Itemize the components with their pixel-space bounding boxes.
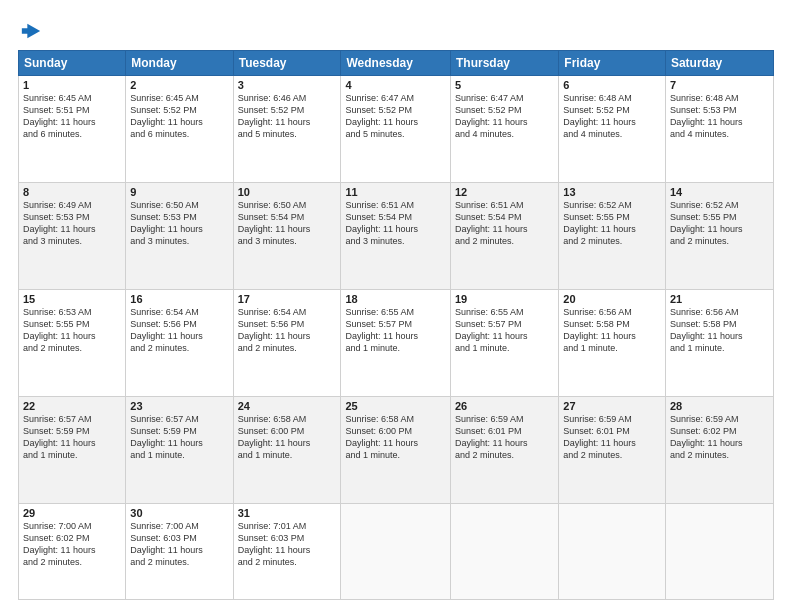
calendar-header-thursday: Thursday bbox=[451, 51, 559, 76]
day-number: 10 bbox=[238, 186, 337, 198]
calendar-cell: 17Sunrise: 6:54 AM Sunset: 5:56 PM Dayli… bbox=[233, 289, 341, 396]
calendar-cell: 23Sunrise: 6:57 AM Sunset: 5:59 PM Dayli… bbox=[126, 396, 233, 503]
day-number: 24 bbox=[238, 400, 337, 412]
day-number: 15 bbox=[23, 293, 121, 305]
day-number: 12 bbox=[455, 186, 554, 198]
day-number: 22 bbox=[23, 400, 121, 412]
calendar-cell: 11Sunrise: 6:51 AM Sunset: 5:54 PM Dayli… bbox=[341, 182, 451, 289]
calendar-week-row: 29Sunrise: 7:00 AM Sunset: 6:02 PM Dayli… bbox=[19, 503, 774, 599]
page: SundayMondayTuesdayWednesdayThursdayFrid… bbox=[0, 0, 792, 612]
calendar-cell: 13Sunrise: 6:52 AM Sunset: 5:55 PM Dayli… bbox=[559, 182, 666, 289]
svg-marker-0 bbox=[22, 24, 40, 39]
calendar-cell: 18Sunrise: 6:55 AM Sunset: 5:57 PM Dayli… bbox=[341, 289, 451, 396]
day-number: 21 bbox=[670, 293, 769, 305]
day-info: Sunrise: 6:58 AM Sunset: 6:00 PM Dayligh… bbox=[345, 413, 446, 462]
day-number: 29 bbox=[23, 507, 121, 519]
day-number: 3 bbox=[238, 79, 337, 91]
day-number: 19 bbox=[455, 293, 554, 305]
day-info: Sunrise: 6:59 AM Sunset: 6:02 PM Dayligh… bbox=[670, 413, 769, 462]
day-number: 4 bbox=[345, 79, 446, 91]
calendar-cell: 2Sunrise: 6:45 AM Sunset: 5:52 PM Daylig… bbox=[126, 76, 233, 183]
day-number: 9 bbox=[130, 186, 228, 198]
day-info: Sunrise: 7:00 AM Sunset: 6:02 PM Dayligh… bbox=[23, 520, 121, 569]
calendar-cell: 4Sunrise: 6:47 AM Sunset: 5:52 PM Daylig… bbox=[341, 76, 451, 183]
calendar-cell: 10Sunrise: 6:50 AM Sunset: 5:54 PM Dayli… bbox=[233, 182, 341, 289]
calendar-cell: 7Sunrise: 6:48 AM Sunset: 5:53 PM Daylig… bbox=[665, 76, 773, 183]
calendar-header-row: SundayMondayTuesdayWednesdayThursdayFrid… bbox=[19, 51, 774, 76]
day-number: 30 bbox=[130, 507, 228, 519]
day-number: 20 bbox=[563, 293, 661, 305]
calendar-cell: 31Sunrise: 7:01 AM Sunset: 6:03 PM Dayli… bbox=[233, 503, 341, 599]
day-info: Sunrise: 6:51 AM Sunset: 5:54 PM Dayligh… bbox=[345, 199, 446, 248]
day-info: Sunrise: 7:01 AM Sunset: 6:03 PM Dayligh… bbox=[238, 520, 337, 569]
calendar-cell: 16Sunrise: 6:54 AM Sunset: 5:56 PM Dayli… bbox=[126, 289, 233, 396]
day-info: Sunrise: 6:45 AM Sunset: 5:51 PM Dayligh… bbox=[23, 92, 121, 141]
logo bbox=[18, 20, 42, 42]
calendar-cell: 12Sunrise: 6:51 AM Sunset: 5:54 PM Dayli… bbox=[451, 182, 559, 289]
calendar-table: SundayMondayTuesdayWednesdayThursdayFrid… bbox=[18, 50, 774, 600]
calendar-week-row: 15Sunrise: 6:53 AM Sunset: 5:55 PM Dayli… bbox=[19, 289, 774, 396]
calendar-header-sunday: Sunday bbox=[19, 51, 126, 76]
calendar-cell: 5Sunrise: 6:47 AM Sunset: 5:52 PM Daylig… bbox=[451, 76, 559, 183]
calendar-cell: 26Sunrise: 6:59 AM Sunset: 6:01 PM Dayli… bbox=[451, 396, 559, 503]
day-info: Sunrise: 6:55 AM Sunset: 5:57 PM Dayligh… bbox=[345, 306, 446, 355]
calendar-cell bbox=[665, 503, 773, 599]
calendar-header-monday: Monday bbox=[126, 51, 233, 76]
calendar-cell: 20Sunrise: 6:56 AM Sunset: 5:58 PM Dayli… bbox=[559, 289, 666, 396]
day-number: 28 bbox=[670, 400, 769, 412]
day-info: Sunrise: 6:47 AM Sunset: 5:52 PM Dayligh… bbox=[345, 92, 446, 141]
day-info: Sunrise: 6:45 AM Sunset: 5:52 PM Dayligh… bbox=[130, 92, 228, 141]
day-info: Sunrise: 6:50 AM Sunset: 5:54 PM Dayligh… bbox=[238, 199, 337, 248]
day-info: Sunrise: 6:55 AM Sunset: 5:57 PM Dayligh… bbox=[455, 306, 554, 355]
calendar-cell: 30Sunrise: 7:00 AM Sunset: 6:03 PM Dayli… bbox=[126, 503, 233, 599]
calendar-cell: 27Sunrise: 6:59 AM Sunset: 6:01 PM Dayli… bbox=[559, 396, 666, 503]
day-info: Sunrise: 6:51 AM Sunset: 5:54 PM Dayligh… bbox=[455, 199, 554, 248]
day-number: 17 bbox=[238, 293, 337, 305]
day-number: 25 bbox=[345, 400, 446, 412]
day-info: Sunrise: 6:56 AM Sunset: 5:58 PM Dayligh… bbox=[670, 306, 769, 355]
day-info: Sunrise: 6:49 AM Sunset: 5:53 PM Dayligh… bbox=[23, 199, 121, 248]
calendar-cell: 25Sunrise: 6:58 AM Sunset: 6:00 PM Dayli… bbox=[341, 396, 451, 503]
logo-icon bbox=[20, 20, 42, 42]
day-number: 31 bbox=[238, 507, 337, 519]
day-number: 14 bbox=[670, 186, 769, 198]
top-section bbox=[18, 16, 774, 42]
calendar-week-row: 22Sunrise: 6:57 AM Sunset: 5:59 PM Dayli… bbox=[19, 396, 774, 503]
day-number: 5 bbox=[455, 79, 554, 91]
calendar-header-wednesday: Wednesday bbox=[341, 51, 451, 76]
calendar-week-row: 8Sunrise: 6:49 AM Sunset: 5:53 PM Daylig… bbox=[19, 182, 774, 289]
calendar-cell: 3Sunrise: 6:46 AM Sunset: 5:52 PM Daylig… bbox=[233, 76, 341, 183]
calendar-header-saturday: Saturday bbox=[665, 51, 773, 76]
calendar-cell: 9Sunrise: 6:50 AM Sunset: 5:53 PM Daylig… bbox=[126, 182, 233, 289]
day-info: Sunrise: 6:48 AM Sunset: 5:52 PM Dayligh… bbox=[563, 92, 661, 141]
day-info: Sunrise: 7:00 AM Sunset: 6:03 PM Dayligh… bbox=[130, 520, 228, 569]
calendar-cell: 1Sunrise: 6:45 AM Sunset: 5:51 PM Daylig… bbox=[19, 76, 126, 183]
calendar-header-tuesday: Tuesday bbox=[233, 51, 341, 76]
day-number: 1 bbox=[23, 79, 121, 91]
calendar-cell bbox=[341, 503, 451, 599]
day-info: Sunrise: 6:53 AM Sunset: 5:55 PM Dayligh… bbox=[23, 306, 121, 355]
day-info: Sunrise: 6:57 AM Sunset: 5:59 PM Dayligh… bbox=[23, 413, 121, 462]
calendar-cell: 6Sunrise: 6:48 AM Sunset: 5:52 PM Daylig… bbox=[559, 76, 666, 183]
day-number: 26 bbox=[455, 400, 554, 412]
day-info: Sunrise: 6:54 AM Sunset: 5:56 PM Dayligh… bbox=[238, 306, 337, 355]
calendar-header-friday: Friday bbox=[559, 51, 666, 76]
day-number: 23 bbox=[130, 400, 228, 412]
day-info: Sunrise: 6:57 AM Sunset: 5:59 PM Dayligh… bbox=[130, 413, 228, 462]
day-info: Sunrise: 6:59 AM Sunset: 6:01 PM Dayligh… bbox=[455, 413, 554, 462]
day-number: 7 bbox=[670, 79, 769, 91]
calendar-cell bbox=[559, 503, 666, 599]
calendar-cell: 15Sunrise: 6:53 AM Sunset: 5:55 PM Dayli… bbox=[19, 289, 126, 396]
calendar-week-row: 1Sunrise: 6:45 AM Sunset: 5:51 PM Daylig… bbox=[19, 76, 774, 183]
calendar-cell: 21Sunrise: 6:56 AM Sunset: 5:58 PM Dayli… bbox=[665, 289, 773, 396]
day-info: Sunrise: 6:52 AM Sunset: 5:55 PM Dayligh… bbox=[563, 199, 661, 248]
day-info: Sunrise: 6:48 AM Sunset: 5:53 PM Dayligh… bbox=[670, 92, 769, 141]
day-info: Sunrise: 6:50 AM Sunset: 5:53 PM Dayligh… bbox=[130, 199, 228, 248]
day-number: 18 bbox=[345, 293, 446, 305]
day-number: 27 bbox=[563, 400, 661, 412]
day-info: Sunrise: 6:56 AM Sunset: 5:58 PM Dayligh… bbox=[563, 306, 661, 355]
calendar-cell: 22Sunrise: 6:57 AM Sunset: 5:59 PM Dayli… bbox=[19, 396, 126, 503]
day-number: 13 bbox=[563, 186, 661, 198]
day-info: Sunrise: 6:52 AM Sunset: 5:55 PM Dayligh… bbox=[670, 199, 769, 248]
day-info: Sunrise: 6:46 AM Sunset: 5:52 PM Dayligh… bbox=[238, 92, 337, 141]
